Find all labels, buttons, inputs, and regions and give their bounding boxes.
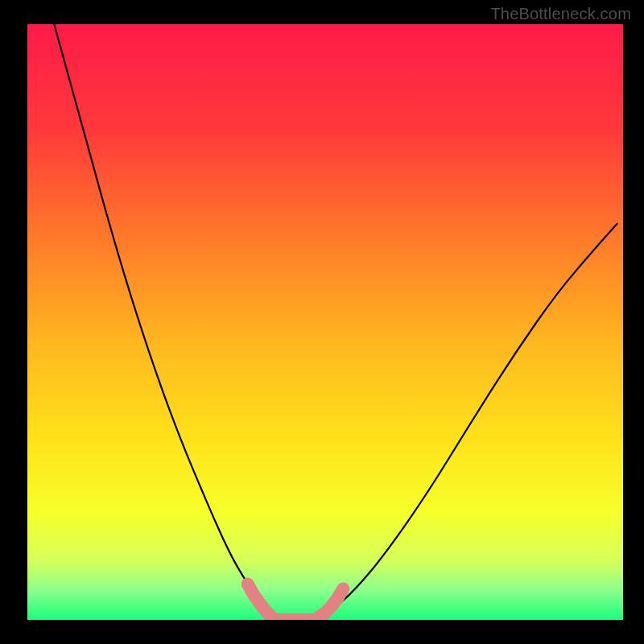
gradient-background [27, 24, 623, 620]
chart-stage: TheBottleneck.com [0, 0, 644, 644]
bottleneck-chart [0, 0, 644, 644]
watermark-text: TheBottleneck.com [490, 5, 631, 23]
